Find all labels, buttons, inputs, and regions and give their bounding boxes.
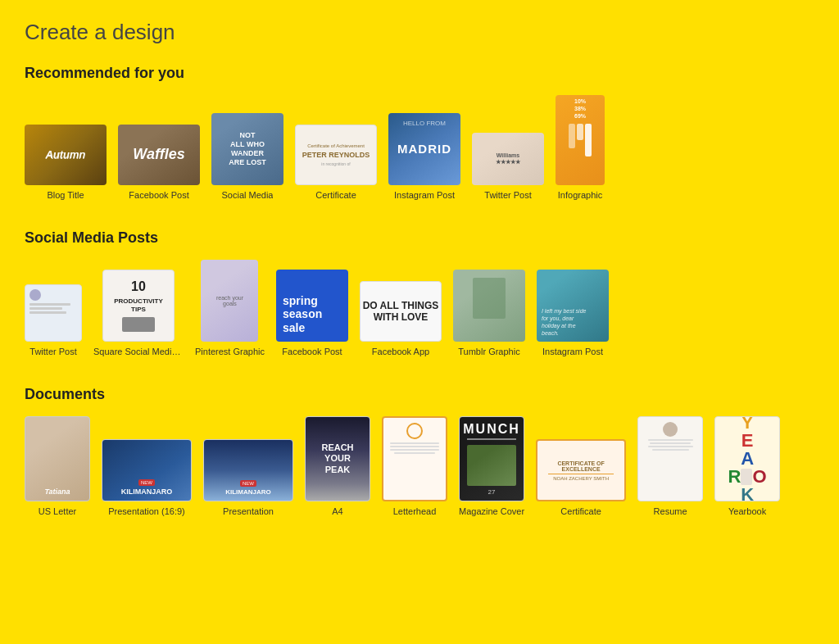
thumb-label-waffles: Waffles <box>133 147 184 163</box>
social-section: Social Media Posts Twitter Post 10 PRODU… <box>25 229 814 356</box>
thumb-twitter-inner: Williams★★★★★ <box>496 152 520 165</box>
item-label-certificate-rec: Certificate <box>315 190 356 200</box>
thumb-infographic-pct3: 69% <box>574 113 586 119</box>
item-instagram-post-rec[interactable]: HELLO FROM MADRID Instagram Post <box>388 113 460 200</box>
thumb-pres-badge: NEW <box>240 480 256 487</box>
recommended-section: Recommended for you Autumn Blog Title Wa… <box>25 65 814 200</box>
item-label-social-media-rec: Social Media <box>222 190 274 200</box>
thumb-cert-sub: in recognition of <box>321 161 350 166</box>
thumb-twitter-soc-text2 <box>29 307 62 310</box>
documents-section: Documents Tatiana US Letter NEW KILIMANJ… <box>25 386 814 516</box>
thumb-resume-l2 <box>650 442 691 444</box>
item-label-blog-title: Blog Title <box>47 190 84 200</box>
thumb-yearbook-img <box>741 469 752 485</box>
thumb-infographic-bars <box>569 124 592 156</box>
item-facebook-post-rec[interactable]: Waffles Facebook Post <box>118 125 200 200</box>
documents-items-row: Tatiana US Letter NEW KILIMANJARO Presen… <box>25 416 814 516</box>
item-label-instagram-post-rec: Instagram Post <box>394 190 455 200</box>
page-title: Create a design <box>25 20 814 45</box>
thumb-cert2-name: NOAH ZACHERY SMITH <box>553 476 609 481</box>
thumb-letterhead-line2 <box>390 446 439 447</box>
thumb-magazine-title: MUNCH <box>463 422 520 437</box>
thumb-twitter-soc-avatar <box>29 289 41 301</box>
recommended-title: Recommended for you <box>25 65 814 82</box>
thumb-prod-num: 10 <box>131 279 146 294</box>
item-blog-title[interactable]: Autumn Blog Title <box>25 125 107 200</box>
item-yearbook[interactable]: Y E A R O K Yearbook <box>714 416 780 516</box>
item-social-media-rec[interactable]: NOTALL WHOWANDERARE LOST Social Media <box>211 113 283 200</box>
item-label-infographic-rec: Infographic <box>558 190 602 200</box>
thumb-label-blog: Autumn <box>45 149 85 161</box>
item-pres-169[interactable]: NEW KILIMANJARO Presentation (16:9) <box>102 439 192 516</box>
thumb-prod-text: PRODUCTIVITYTIPS <box>114 297 163 313</box>
item-pinterest[interactable]: reach yourgoals Pinterest Graphic <box>195 260 265 356</box>
item-sq-social[interactable]: 10 PRODUCTIVITYTIPS Square Social Media … <box>93 270 184 356</box>
thumb-spring-text: springseasonsale <box>283 294 322 335</box>
item-label-tumblr: Tumblr Graphic <box>458 347 519 356</box>
item-label-instagram-post-soc: Instagram Post <box>542 347 603 356</box>
thumb-resume-l4 <box>652 449 689 451</box>
thumb-letterhead-line1 <box>390 442 439 444</box>
item-magazine[interactable]: MUNCH 27 Magazine Cover <box>459 416 524 516</box>
item-tumblr[interactable]: Tumblr Graphic <box>453 270 525 356</box>
thumb-yearbook-e: E <box>741 432 754 450</box>
thumb-prod-typewriter <box>122 317 155 332</box>
item-label-a4: A4 <box>332 506 342 516</box>
thumb-usletter-name: Tatiana <box>44 488 70 496</box>
documents-title: Documents <box>25 386 814 403</box>
item-a4[interactable]: REACHYOURPEAK A4 <box>305 416 370 516</box>
item-label-facebook-app: Facebook App <box>372 347 429 356</box>
thumb-letterhead-line4 <box>394 452 435 454</box>
thumb-pres169-text: KILIMANJARO <box>121 488 173 496</box>
item-label-facebook-post-soc: Facebook Post <box>282 347 342 356</box>
thumb-cert-label: Certificate of Achievement <box>307 143 365 148</box>
item-certificate-doc[interactable]: CERTIFICATE OFEXCELLENCE NOAH ZACHERY SM… <box>536 439 626 516</box>
item-us-letter[interactable]: Tatiana US Letter <box>25 416 90 516</box>
thumb-letterhead-line3 <box>390 449 439 451</box>
thumb-infographic-pct2: 38% <box>574 106 586 111</box>
thumb-twitter-soc-text1 <box>29 303 70 306</box>
thumb-cert2-title: CERTIFICATE OFEXCELLENCE <box>557 460 604 472</box>
item-certificate-rec[interactable]: Certificate of Achievement PETER REYNOLD… <box>295 125 377 200</box>
social-items-row: Twitter Post 10 PRODUCTIVITYTIPS Square … <box>25 260 814 356</box>
thumb-yearbook-a: A <box>741 450 754 468</box>
thumb-pinterest-inner: reach yourgoals <box>216 295 243 306</box>
item-facebook-app[interactable]: DO ALL THINGSWITH LOVE Facebook App <box>360 281 442 356</box>
thumb-letterhead-logo <box>406 423 423 439</box>
thumb-twitter-soc-text3 <box>29 311 66 314</box>
item-label-sq-social: Square Social Media Graphic <box>93 347 184 356</box>
item-label-yearbook: Yearbook <box>728 506 766 516</box>
item-label-pinterest: Pinterest Graphic <box>195 347 265 356</box>
thumb-cert-name: PETER REYNOLDS <box>302 151 370 159</box>
thumb-yearbook-o: O <box>752 468 766 486</box>
item-label-pres: Presentation <box>223 506 274 516</box>
item-label-magazine: Magazine Cover <box>459 506 524 516</box>
item-label-facebook-post-rec: Facebook Post <box>129 190 188 200</box>
thumb-ig-soc-text: I left my best sidefor you, dearholiday … <box>542 307 586 337</box>
item-facebook-post-soc[interactable]: springseasonsale Facebook Post <box>276 270 348 356</box>
item-label-letterhead: Letterhead <box>393 506 437 516</box>
thumb-label-wander: NOTALL WHOWANDERARE LOST <box>229 131 266 166</box>
item-pres[interactable]: NEW KILIMANJARO Presentation <box>203 439 293 516</box>
thumb-resume-avatar <box>663 422 678 437</box>
item-label-pres-169: Presentation (16:9) <box>108 506 185 516</box>
thumb-yearbook-r: R <box>728 468 741 486</box>
item-resume[interactable]: Resume <box>637 416 703 516</box>
thumb-infographic-pct1: 10% <box>574 98 586 104</box>
thumb-yearbook-k: K <box>741 486 754 501</box>
item-letterhead[interactable]: Letterhead <box>382 416 447 516</box>
social-title: Social Media Posts <box>25 229 814 247</box>
thumb-magazine-num: 27 <box>488 488 496 496</box>
item-twitter-post-soc[interactable]: Twitter Post <box>25 284 82 356</box>
item-twitter-post-rec[interactable]: Williams★★★★★ Twitter Post <box>472 133 544 200</box>
item-label-twitter-post-rec: Twitter Post <box>484 190 531 200</box>
thumb-magazine-sub <box>467 438 516 440</box>
thumb-pres169-badge: NEW <box>138 479 155 486</box>
item-infographic-rec[interactable]: 10% 38% 69% Infographic <box>556 95 605 200</box>
thumb-a4-text: REACHYOURPEAK <box>321 442 353 475</box>
thumb-cert2-line <box>548 474 614 474</box>
item-label-twitter-soc: Twitter Post <box>29 347 76 356</box>
item-instagram-post-soc[interactable]: I left my best sidefor you, dearholiday … <box>537 270 609 356</box>
thumb-resume-l1 <box>648 439 693 441</box>
item-label-us-letter: US Letter <box>39 506 76 516</box>
